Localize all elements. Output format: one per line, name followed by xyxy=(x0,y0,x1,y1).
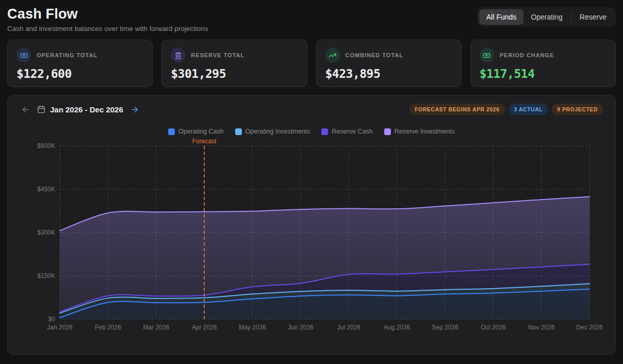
svg-text:Dec 2026: Dec 2026 xyxy=(576,324,603,331)
tab-reserve[interactable]: Reserve xyxy=(572,9,614,25)
topbar: Cash Flow Cash and investment balances o… xyxy=(7,6,616,32)
stat-value: $423,895 xyxy=(325,67,452,80)
cash-flow-dashboard: Cash Flow Cash and investment balances o… xyxy=(0,0,623,355)
svg-text:Nov 2026: Nov 2026 xyxy=(528,324,555,331)
svg-text:Forecast: Forecast xyxy=(192,138,217,145)
title-block: Cash Flow Cash and investment balances o… xyxy=(7,6,208,32)
legend-label: Reserve Investments xyxy=(395,128,455,135)
stat-card-header: RESERVE TOTAL xyxy=(171,48,298,62)
projected-count-badge: 9 PROJECTED xyxy=(552,104,603,115)
legend-label: Reserve Cash xyxy=(332,128,372,135)
calendar-icon xyxy=(37,105,45,113)
legend-swatch xyxy=(321,128,328,135)
svg-text:$0: $0 xyxy=(48,316,56,323)
legend-swatch xyxy=(235,128,242,135)
legend-item-reserve-investments[interactable]: Reserve Investments xyxy=(384,128,455,135)
stat-value: $301,295 xyxy=(171,67,298,80)
next-period-button[interactable] xyxy=(129,104,140,115)
legend-label: Operating Cash xyxy=(178,128,224,135)
tab-divider xyxy=(571,12,571,22)
stat-label: RESERVE TOTAL xyxy=(191,52,244,58)
forecast-begins-badge: FORECAST BEGINS APR 2026 xyxy=(409,104,505,115)
legend-label: Operating Investments xyxy=(245,128,310,135)
legend-item-operating-cash[interactable]: Operating Cash xyxy=(168,128,224,135)
svg-text:Jan 2026: Jan 2026 xyxy=(47,324,73,331)
stat-label: PERIOD CHANGE xyxy=(500,52,554,58)
date-range-label-group: Jan 2026 - Dec 2026 xyxy=(37,105,123,114)
date-range-nav: Jan 2026 - Dec 2026 xyxy=(20,104,140,115)
tab-operating[interactable]: Operating xyxy=(523,9,569,25)
actual-count-badge: 3 ACTUAL xyxy=(509,104,548,115)
chart-panel: Jan 2026 - Dec 2026 FORECAST BEGINS APR … xyxy=(7,95,616,355)
svg-text:$600K: $600K xyxy=(37,142,55,150)
tab-all-funds[interactable]: All Funds xyxy=(479,9,523,25)
trending-up-icon xyxy=(325,48,340,62)
stat-card-header: OPERATING TOTAL xyxy=(17,48,143,62)
stat-label: OPERATING TOTAL xyxy=(37,52,97,58)
fund-filter-tabs: All Funds Operating Reserve xyxy=(477,7,616,27)
banknotes-icon xyxy=(480,48,494,62)
chart-legend: Operating Cash Operating Investments Res… xyxy=(20,127,603,136)
chart-area: Forecast$0$150K$300K$450K$600KJan 2026Fe… xyxy=(20,138,603,343)
landmark-icon xyxy=(171,48,185,62)
stat-card-header: COMBINED TOTAL xyxy=(325,48,452,62)
legend-swatch xyxy=(384,128,391,135)
legend-item-reserve-cash[interactable]: Reserve Cash xyxy=(321,128,372,135)
svg-text:Mar 2026: Mar 2026 xyxy=(143,324,169,331)
stat-card-operating-total: OPERATING TOTAL $122,600 xyxy=(7,40,153,87)
cashflow-stacked-area-chart: Forecast$0$150K$300K$450K$600KJan 2026Fe… xyxy=(20,138,604,341)
chart-panel-header: Jan 2026 - Dec 2026 FORECAST BEGINS APR … xyxy=(20,104,603,115)
svg-text:Jul 2026: Jul 2026 xyxy=(337,324,360,331)
svg-text:May 2026: May 2026 xyxy=(239,324,266,331)
stat-card-header: PERIOD CHANGE xyxy=(480,48,606,62)
stat-card-reserve-total: RESERVE TOTAL $301,295 xyxy=(161,40,307,87)
svg-text:Oct 2026: Oct 2026 xyxy=(481,324,506,331)
stat-card-period-change: PERIOD CHANGE $117,514 xyxy=(470,40,616,87)
stat-value: $122,600 xyxy=(17,67,143,80)
arrow-left-icon xyxy=(21,105,30,114)
stats-row: OPERATING TOTAL $122,600 RESERVE TOTAL $… xyxy=(7,40,616,87)
svg-text:Apr 2026: Apr 2026 xyxy=(192,324,217,331)
page-subtitle: Cash and investment balances over time w… xyxy=(7,25,208,32)
svg-text:$150K: $150K xyxy=(37,272,55,279)
svg-text:Aug 2026: Aug 2026 xyxy=(384,324,411,331)
stat-value: $117,514 xyxy=(480,67,606,80)
svg-text:Feb 2026: Feb 2026 xyxy=(95,324,121,331)
previous-period-button[interactable] xyxy=(20,104,31,115)
chart-badges: FORECAST BEGINS APR 2026 3 ACTUAL 9 PROJ… xyxy=(409,104,603,115)
svg-text:$450K: $450K xyxy=(37,186,55,193)
stat-card-combined-total: COMBINED TOTAL $423,895 xyxy=(316,40,462,87)
stat-label: COMBINED TOTAL xyxy=(346,52,403,58)
svg-text:$300K: $300K xyxy=(37,229,55,236)
svg-text:Jun 2026: Jun 2026 xyxy=(288,324,314,331)
svg-text:Sep 2026: Sep 2026 xyxy=(432,324,458,331)
banknotes-icon xyxy=(17,48,31,62)
page-title: Cash Flow xyxy=(7,6,208,22)
arrow-right-icon xyxy=(130,105,139,114)
legend-item-operating-investments[interactable]: Operating Investments xyxy=(235,128,310,135)
date-range-label: Jan 2026 - Dec 2026 xyxy=(50,105,123,114)
legend-swatch xyxy=(168,128,175,135)
